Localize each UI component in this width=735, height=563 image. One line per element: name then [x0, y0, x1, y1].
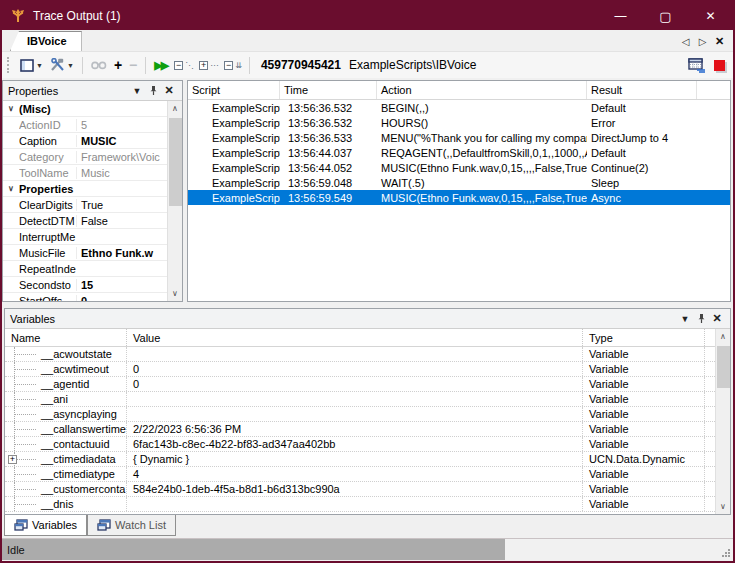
scroll-down-icon[interactable]: ∨: [172, 286, 178, 301]
trace-row[interactable]: ExampleScript 13:56:36.532 HOURS() Error: [188, 115, 730, 130]
column-header-time[interactable]: Time: [280, 81, 377, 99]
trace-row[interactable]: ExampleScript 13:56:44.052 MUSIC(Ethno F…: [188, 160, 730, 175]
column-header-result[interactable]: Result: [587, 81, 697, 99]
variable-type: Variable: [583, 362, 705, 376]
close-button[interactable]: ✕: [688, 2, 733, 30]
variable-value: [127, 497, 583, 511]
add-button[interactable]: +: [111, 55, 125, 75]
scroll-up-icon[interactable]: ∧: [720, 329, 726, 344]
property-row[interactable]: Category Framework\Voic: [3, 149, 167, 165]
tab-watch-list[interactable]: Watch List: [87, 515, 176, 536]
main-split-area: Properties ▼ ✕ ∨ (Misc): [2, 78, 733, 302]
variable-type: Variable: [583, 497, 705, 511]
variable-row[interactable]: __dnis Variable: [5, 497, 715, 512]
property-value[interactable]: 15: [76, 279, 167, 291]
toolbar-grip[interactable]: [7, 57, 12, 73]
panel-menu-icon[interactable]: ▼: [129, 86, 145, 96]
scroll-down-icon[interactable]: ∨: [720, 499, 726, 514]
property-row[interactable]: MusicFile Ethno Funk.w: [3, 245, 167, 261]
property-row[interactable]: ActionID 5: [3, 117, 167, 133]
variable-row[interactable]: + __ctimediadata { Dynamic } UCN.Data.Dy…: [5, 452, 715, 467]
column-header-action[interactable]: Action: [377, 81, 587, 99]
tools-button[interactable]: ▼: [47, 55, 77, 75]
trace-time: 13:56:44.052: [280, 162, 377, 174]
tab-watch-list-label: Watch List: [115, 519, 166, 531]
expand-deco: ⋯: [210, 61, 217, 70]
variable-row[interactable]: __ctimediatype 4 Variable: [5, 467, 715, 482]
expand-all-button[interactable]: + ⋯: [196, 55, 220, 75]
close-panel-icon[interactable]: ✕: [709, 312, 725, 325]
property-value[interactable]: Music: [76, 167, 167, 179]
show-grid-button[interactable]: [688, 58, 706, 73]
property-value[interactable]: Ethno Funk.w: [76, 247, 167, 259]
property-value[interactable]: 5: [76, 119, 167, 131]
property-value[interactable]: 0: [76, 295, 167, 302]
variable-row[interactable]: __contactuuid 6fac143b-c8ec-4b22-bf83-ad…: [5, 437, 715, 452]
column-header-script[interactable]: Script: [188, 81, 280, 99]
property-row[interactable]: StartOffs 0: [3, 293, 167, 301]
property-value[interactable]: False: [76, 215, 167, 227]
tab-close-icon[interactable]: ✕: [712, 35, 727, 48]
pin-icon[interactable]: [145, 85, 161, 96]
variable-row[interactable]: __customerconta 584e24b0-1deb-4f5a-b8d1-…: [5, 482, 715, 497]
column-header-name[interactable]: Name: [5, 329, 127, 346]
scroll-up-icon[interactable]: ∧: [172, 101, 178, 116]
variable-row[interactable]: __acwoutstate Variable: [5, 347, 715, 362]
property-value[interactable]: True: [76, 199, 167, 211]
remove-button[interactable]: −: [126, 55, 140, 75]
variable-type: Variable: [583, 437, 705, 451]
trace-row[interactable]: ExampleScript 13:56:44.037 REQAGENT(,,De…: [188, 145, 730, 160]
pin-icon[interactable]: [693, 313, 709, 324]
trace-row[interactable]: ExampleScript 13:56:59.048 WAIT(.5) Slee…: [188, 175, 730, 190]
tab-variables[interactable]: Variables: [4, 515, 87, 536]
variable-row[interactable]: __agentid 0 Variable: [5, 377, 715, 392]
property-label: RepeatInde: [19, 263, 76, 275]
variable-name-cell: + __ctimediadata: [5, 452, 127, 466]
column-header-type[interactable]: Type: [583, 329, 705, 346]
panel-menu-icon[interactable]: ▼: [677, 314, 693, 324]
continue-button[interactable]: ▶▶: [151, 55, 170, 75]
collapse-all-button[interactable]: − ⋱: [171, 55, 195, 75]
property-row[interactable]: Secondsto 15: [3, 277, 167, 293]
property-value[interactable]: MUSIC: [76, 135, 167, 147]
column-header-value[interactable]: Value: [127, 329, 583, 346]
property-row[interactable]: Caption MUSIC: [3, 133, 167, 149]
trace-row[interactable]: ExampleScript 13:56:36.532 BEGIN(,,) Def…: [188, 100, 730, 115]
properties-scrollbar[interactable]: ∧ ∨: [167, 101, 182, 301]
expand-levels-button[interactable]: − ⇊: [221, 55, 244, 75]
property-row[interactable]: ∨ Properties: [3, 181, 167, 197]
variable-value: 0: [127, 377, 583, 391]
property-row[interactable]: ∨ (Misc): [3, 101, 167, 117]
variable-row[interactable]: __acwtimeout 0 Variable: [5, 362, 715, 377]
trace-grid: Script Time Action Result ExampleScript …: [187, 80, 731, 302]
close-panel-icon[interactable]: ✕: [161, 84, 177, 97]
statusbar: Idle: [2, 538, 733, 560]
trace-row[interactable]: ExampleScript 13:56:59.549 MUSIC(Ethno F…: [188, 190, 730, 205]
window-layout-button[interactable]: ▼: [17, 55, 46, 75]
variable-row[interactable]: __callanswertime 2/22/2023 6:56:36 PM Va…: [5, 422, 715, 437]
property-value[interactable]: Framework\Voic: [76, 151, 167, 163]
property-row[interactable]: RepeatInde: [3, 261, 167, 277]
minimize-button[interactable]: —: [598, 2, 643, 30]
trace-row[interactable]: ExampleScript 13:56:36.533 MENU("%Thank …: [188, 130, 730, 145]
maximize-button[interactable]: ▢: [643, 2, 688, 30]
scrollbar-thumb[interactable]: [169, 118, 182, 206]
trace-script: ExampleScript: [188, 162, 280, 174]
variable-name: __agentid: [41, 378, 89, 390]
property-row[interactable]: DetectDTM False: [3, 213, 167, 229]
variable-row[interactable]: __asyncplaying Variable: [5, 407, 715, 422]
variable-row[interactable]: __ani Variable: [5, 392, 715, 407]
tab-scroll-right-icon[interactable]: ▷: [695, 36, 710, 47]
watch-glasses-button[interactable]: [88, 55, 110, 75]
scrollbar-thumb[interactable]: [717, 346, 730, 388]
tab-ibvoice[interactable]: IBVoice: [10, 31, 82, 51]
expand-plus-icon[interactable]: +: [8, 455, 17, 464]
property-row[interactable]: ToolName Music: [3, 165, 167, 181]
stop-icon[interactable]: [714, 60, 725, 71]
property-row[interactable]: InterruptMe: [3, 229, 167, 245]
property-row[interactable]: ClearDigits True: [3, 197, 167, 213]
variables-scrollbar[interactable]: ∧ ∨: [715, 329, 730, 514]
status-progress-bar: Idle: [2, 539, 505, 560]
tab-scroll-left-icon[interactable]: ◁: [678, 36, 693, 47]
resize-grip-icon[interactable]: [721, 548, 731, 558]
